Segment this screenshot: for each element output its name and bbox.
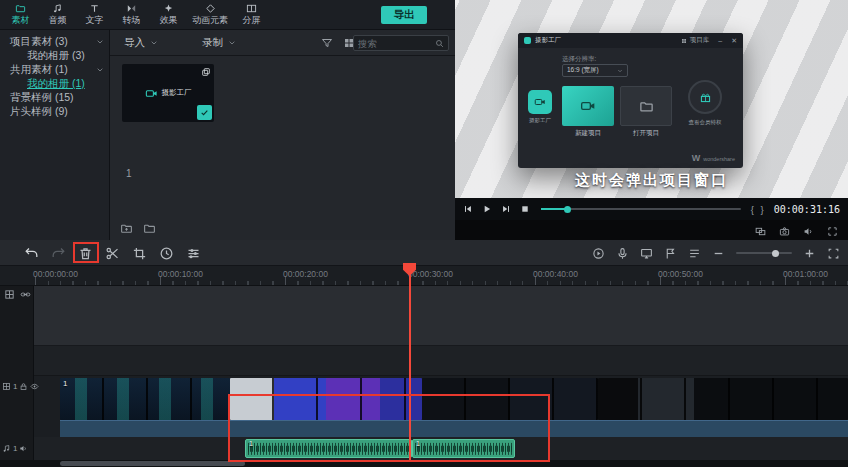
sidebar-item-shared-assets[interactable]: 共用素材 (1)	[0, 62, 109, 76]
audio-clip-1[interactable]: 1	[245, 439, 412, 458]
sidebar-item-my-album-project[interactable]: 我的相册 (3)	[0, 48, 109, 62]
tab-splitscreen[interactable]: 分屏	[233, 0, 270, 30]
lock-track-icon[interactable]	[19, 382, 28, 391]
minimize-icon[interactable]: –	[718, 37, 722, 44]
search-box[interactable]	[353, 35, 449, 51]
timeline-ruler[interactable]: 00:00:00:00 00:00:10:00 00:00:20:00 00:0…	[0, 266, 848, 286]
timeline-scrollbar[interactable]	[0, 460, 848, 467]
undo-icon[interactable]	[24, 246, 39, 261]
clip-index: 1	[416, 440, 420, 447]
tab-effects[interactable]: 效果	[150, 0, 187, 30]
fit-timeline-icon[interactable]	[827, 247, 840, 260]
sidebar-item-label: 背景样例 (15)	[10, 91, 74, 103]
toggle-visibility-eye-icon[interactable]	[30, 382, 39, 391]
video-clip-1[interactable]: 1	[60, 378, 230, 420]
render-preview-icon[interactable]	[592, 247, 605, 260]
filter-icon[interactable]	[321, 37, 333, 49]
split-scissors-icon[interactable]	[105, 246, 120, 261]
video-track-header: 1	[2, 382, 39, 391]
close-icon[interactable]: ✕	[731, 37, 737, 44]
open-project-tile[interactable]	[620, 86, 672, 126]
new-folder-icon[interactable]	[120, 222, 133, 235]
project-library-link[interactable]: 项目库	[681, 36, 710, 45]
aspect-ratio-select[interactable]: 16:9 (宽屏)	[562, 64, 628, 77]
playback-progress-slider[interactable]	[541, 208, 741, 210]
chevron-down-icon	[617, 68, 623, 74]
sidebar-item-label: 片头样例 (9)	[10, 105, 68, 117]
sidebar-item-background-samples[interactable]: 背景样例 (15)	[0, 90, 109, 104]
dialog-titlebar: 摄影工厂 项目库 – ✕	[518, 33, 743, 48]
camera-logo-icon	[145, 87, 158, 100]
sidebar-item-project-assets[interactable]: 项目素材 (3)	[0, 34, 109, 48]
tab-text[interactable]: 文字	[76, 0, 113, 30]
link-clips-icon[interactable]	[20, 289, 31, 300]
zoom-knob[interactable]	[772, 250, 779, 257]
track-manager-icon[interactable]	[688, 247, 701, 260]
chevron-down-icon[interactable]	[96, 66, 104, 74]
marker-flag-icon[interactable]	[664, 247, 677, 260]
preview-video-frame: 摄影工厂 项目库 – ✕ 选择分辨率: 16:9 (宽屏)	[455, 0, 848, 198]
volume-icon[interactable]	[803, 226, 814, 237]
new-project-tile[interactable]	[562, 86, 614, 126]
manage-tracks-icon[interactable]	[4, 289, 15, 300]
speed-duration-icon[interactable]	[159, 246, 174, 261]
progress-knob[interactable]	[564, 206, 571, 213]
audio-track-note-icon	[2, 444, 11, 453]
delete-clip-icon[interactable]	[78, 246, 93, 261]
fullscreen-icon[interactable]	[827, 226, 838, 237]
empty-track-area	[0, 286, 848, 346]
media-panel-footer	[120, 222, 156, 235]
next-frame-button[interactable]	[501, 204, 511, 214]
media-clip-thumbnail[interactable]: 摄影工厂	[122, 64, 214, 122]
timeline-toolbar-right	[592, 240, 840, 266]
membership-promo-label: 查看会员特权	[675, 119, 735, 126]
export-button[interactable]: 导出	[381, 6, 427, 24]
previous-frame-button[interactable]	[463, 204, 473, 214]
mark-in-out-icon[interactable]: { }	[751, 204, 766, 215]
video-clip-audio-strip[interactable]	[60, 420, 848, 437]
effects-icon	[163, 3, 174, 14]
membership-promo-badge[interactable]	[688, 80, 722, 114]
elements-icon	[205, 3, 216, 14]
delete-folder-icon[interactable]	[143, 222, 156, 235]
video-clip-3[interactable]	[422, 378, 598, 420]
crop-icon[interactable]	[132, 246, 147, 261]
zoom-out-icon[interactable]	[712, 247, 725, 260]
redo-icon[interactable]	[51, 246, 66, 261]
import-dropdown[interactable]: 导入	[124, 30, 158, 56]
clip-selected-badge[interactable]	[197, 105, 212, 120]
timeline-scrollbar-thumb[interactable]	[60, 461, 245, 466]
timeline-tracks: 1 1 1	[0, 286, 848, 460]
text-icon	[89, 3, 100, 14]
clip-title: 摄影工厂	[162, 88, 192, 98]
voiceover-mic-icon[interactable]	[616, 247, 629, 260]
mute-track-icon[interactable]	[19, 444, 28, 453]
play-button[interactable]	[482, 204, 492, 214]
record-dropdown[interactable]: 录制	[202, 30, 236, 56]
dialog-title: 摄影工厂	[535, 36, 561, 45]
video-clip-4[interactable]	[598, 378, 848, 420]
chevron-down-icon[interactable]	[96, 38, 104, 46]
sidebar-item-intro-samples[interactable]: 片头样例 (9)	[0, 104, 109, 118]
zoom-in-icon[interactable]	[803, 247, 816, 260]
video-clip-2[interactable]	[230, 378, 422, 420]
snapshot-camera-icon[interactable]	[779, 226, 790, 237]
playhead-line[interactable]	[409, 266, 411, 460]
track-header-tools	[4, 289, 31, 300]
timeline-zoom-slider[interactable]	[736, 252, 792, 254]
dual-screen-icon[interactable]	[755, 226, 766, 237]
search-input[interactable]	[358, 38, 432, 49]
tab-label: 素材	[12, 15, 30, 25]
audio-clip-2[interactable]: 1	[412, 439, 515, 458]
tab-elements[interactable]: 动画元素	[187, 0, 233, 30]
clip-index: 1	[63, 379, 67, 388]
tab-audio[interactable]: 音频	[39, 0, 76, 30]
record-screen-icon[interactable]	[640, 247, 653, 260]
tab-transition[interactable]: 转场	[113, 0, 150, 30]
adjust-sliders-icon[interactable]	[186, 246, 201, 261]
open-folder-icon	[639, 99, 654, 114]
tutorial-project-dialog: 摄影工厂 项目库 – ✕ 选择分辨率: 16:9 (宽屏)	[518, 33, 743, 168]
sidebar-item-my-album-shared[interactable]: 我的相册 (1)	[0, 76, 109, 90]
tab-media[interactable]: 素材	[2, 0, 39, 30]
stop-button[interactable]	[520, 204, 530, 214]
